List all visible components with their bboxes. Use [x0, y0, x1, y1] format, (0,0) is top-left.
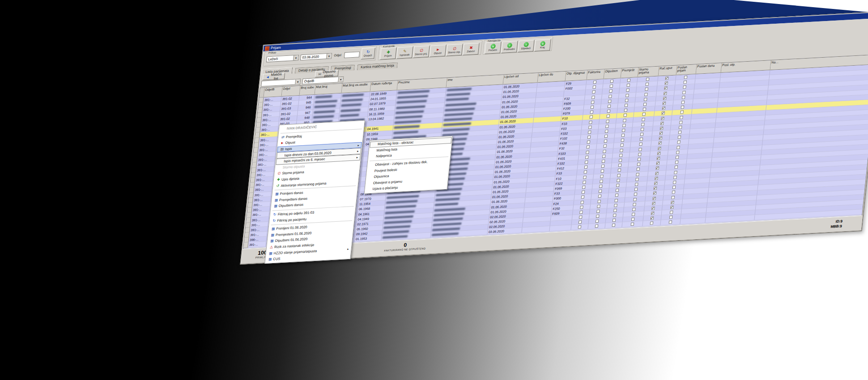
- column-header[interactable]: Odjel: [282, 86, 301, 97]
- unchecked-checkbox-icon: [670, 211, 673, 214]
- column-header[interactable]: Poslan prijam: [677, 64, 697, 75]
- nav-button-label: Početni: [488, 49, 497, 52]
- column-header[interactable]: Broj sobe: [300, 85, 316, 96]
- edit-icon: ✎: [403, 49, 407, 53]
- chevron-down-icon[interactable]: ▼: [326, 54, 332, 59]
- toolbar-button-ispravak[interactable]: ✎Ispravak: [396, 46, 413, 59]
- unchecked-checkbox-icon: [606, 120, 609, 123]
- blank-icon: [367, 189, 373, 190]
- close-icon: ✖: [469, 45, 473, 50]
- redacted-text: [394, 125, 420, 129]
- cell: [680, 218, 706, 224]
- otpusno-pismo-button[interactable]: ✉ Otpusno pismo: [315, 70, 339, 77]
- unchecked-checkbox-icon: [583, 170, 587, 173]
- discharge-icon: ►: [436, 47, 440, 51]
- date-combo[interactable]: 03.06.2020 ▼: [300, 53, 332, 61]
- unchecked-checkbox-icon: [677, 146, 680, 149]
- unchecked-checkbox-icon: [585, 156, 589, 159]
- redacted-text: [446, 98, 469, 101]
- redacted-text: [340, 114, 359, 117]
- tab-kartica-maticnog-broja[interactable]: Kartica matičnog broja: [357, 62, 398, 70]
- redacted-text: [433, 223, 461, 226]
- nav-button-kraj[interactable]: »Kraj: [534, 39, 551, 51]
- nav-button-slijede-i[interactable]: ›Slijedeći: [518, 40, 535, 52]
- odjel-input[interactable]: [344, 51, 360, 58]
- unchecked-checkbox-icon: [583, 181, 586, 184]
- redacted-text: [386, 205, 416, 209]
- view-combo[interactable]: Ležeći ▼: [266, 55, 299, 63]
- rac-uput-checkbox[interactable]: [642, 220, 661, 226]
- unchecked-checkbox-icon: [602, 160, 605, 163]
- chevron-down-icon[interactable]: ▼: [295, 79, 300, 84]
- unchecked-checkbox-icon: [612, 224, 615, 227]
- column-header[interactable]: Storno prijama: [638, 67, 660, 77]
- unchecked-checkbox-icon: [668, 221, 672, 224]
- unchecked-checkbox-icon: [610, 80, 614, 83]
- toolbar-button-storno-prij-[interactable]: ∅Storno prij.: [413, 46, 430, 58]
- refresh-button[interactable]: ↻ Osvježi: [361, 47, 375, 59]
- sub-toolbar: ◄ Matični list ✉ Otpusno pismo: [260, 74, 261, 81]
- unchecked-checkbox-icon: [586, 146, 590, 149]
- unchecked-checkbox-icon: [639, 143, 642, 146]
- unchecked-checkbox-icon: [590, 110, 594, 114]
- maticni-list-button[interactable]: ◄ Matični list: [263, 73, 285, 80]
- redacted-text: [384, 215, 413, 219]
- premjest-checkbox[interactable]: [605, 223, 622, 228]
- unchecked-checkbox-icon: [621, 134, 625, 137]
- toolbar-button-otpust[interactable]: ►Otpust: [430, 45, 447, 57]
- unchecked-checkbox-icon: [681, 101, 685, 104]
- nav-button-prethodni[interactable]: ‹Prethodni: [501, 41, 518, 53]
- redacted-text: [444, 113, 474, 117]
- unchecked-checkbox-icon: [636, 168, 640, 171]
- unchecked-checkbox-icon: [593, 80, 597, 84]
- storno-prijama-checkbox[interactable]: [622, 221, 643, 228]
- nav-button-po-etni[interactable]: «Početni: [485, 42, 502, 54]
- checked-checkbox-icon: [662, 106, 666, 110]
- unchecked-checkbox-icon: [599, 190, 602, 193]
- column-header[interactable]: OdjelB: [264, 87, 283, 97]
- toolbar-button-prijem[interactable]: ✚Prijem: [380, 47, 397, 60]
- otpusten-checkbox[interactable]: [588, 224, 605, 229]
- unchecked-checkbox-icon: [588, 131, 591, 134]
- cancel-admission-icon: ∅: [420, 48, 424, 52]
- poslan-prijam-checkbox[interactable]: [660, 220, 681, 226]
- redacted-text: [396, 100, 427, 104]
- unchecked-checkbox-icon: [617, 174, 621, 177]
- column-header[interactable]: Poslan dana: [696, 63, 722, 74]
- unchecked-checkbox-icon: [619, 154, 623, 157]
- unchecked-checkbox-icon: [613, 214, 617, 217]
- column-header[interactable]: Rač.uput: [659, 65, 677, 76]
- group-navigacija: Navigacija «Početni‹Prethodni›Slijedeći»…: [483, 37, 553, 55]
- refresh-icon: ↻: [366, 50, 370, 54]
- toolbar-button-storno-otp-[interactable]: ∅Storno otp.: [446, 44, 463, 56]
- redacted-text: [443, 122, 471, 126]
- unchecked-checkbox-icon: [674, 165, 678, 169]
- unchecked-checkbox-icon: [591, 101, 595, 104]
- toolbar-button-zatvori[interactable]: ✖Zatvori: [463, 43, 480, 55]
- redacted-text: [398, 90, 430, 94]
- cell: 01.1953: [354, 236, 382, 242]
- redacted-text: [445, 102, 476, 106]
- redacted-text: [397, 95, 428, 99]
- column-header[interactable]: Premješt: [621, 68, 639, 78]
- unchecked-checkbox-icon: [620, 144, 624, 147]
- unchecked-checkbox-icon: [673, 181, 677, 184]
- chevron-down-icon[interactable]: ▼: [338, 77, 343, 82]
- unchecked-checkbox-icon: [631, 218, 635, 221]
- unchecked-checkbox-icon: [600, 180, 603, 183]
- chevron-down-icon[interactable]: ▼: [293, 55, 298, 61]
- unchecked-checkbox-icon: [579, 211, 583, 214]
- unchecked-checkbox-icon: [614, 204, 617, 207]
- fakturira-checkbox[interactable]: [571, 224, 588, 230]
- column-header[interactable]: Fakturira: [587, 69, 605, 80]
- printer-icon: ▤: [279, 147, 285, 152]
- column-header[interactable]: Otpušten: [604, 68, 622, 79]
- unchecked-checkbox-icon: [627, 79, 631, 82]
- column-header[interactable]: Otp. dijagnoz: [566, 70, 588, 81]
- table-icon: ▦: [269, 239, 275, 243]
- unchecked-checkbox-icon: [673, 176, 677, 179]
- unchecked-checkbox-icon: [642, 113, 646, 116]
- date-combo-value: 03.06.2020: [302, 55, 319, 59]
- redacted-text: [313, 115, 334, 118]
- back-arrow-icon: ◄: [266, 75, 270, 79]
